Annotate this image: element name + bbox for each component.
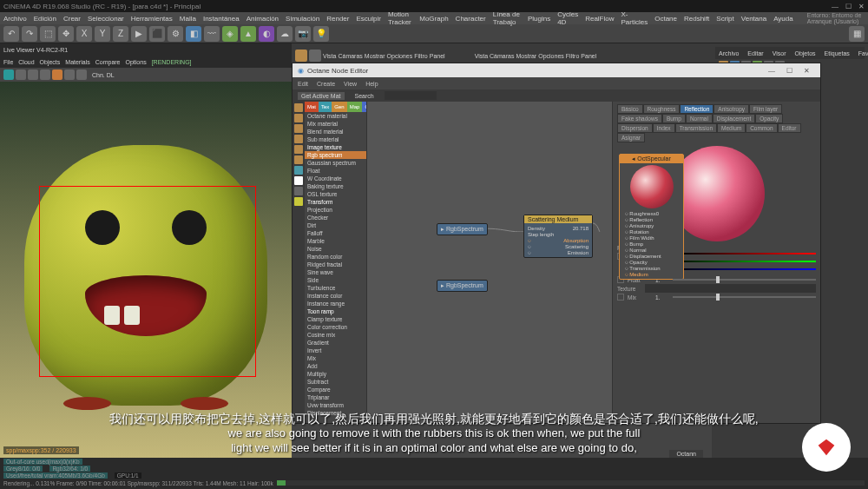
list-item[interactable]: Turbulence	[305, 284, 366, 292]
layout-icon[interactable]: ▦	[849, 26, 865, 42]
undo-icon[interactable]: ↶	[3, 26, 19, 42]
tab-reflection[interactable]: Reflection	[680, 104, 713, 114]
environment-icon[interactable]: ☁	[277, 26, 293, 42]
tab-displacement[interactable]: Displacement	[713, 114, 755, 123]
list-item[interactable]: OSL texture	[305, 190, 366, 198]
ne-menu-create[interactable]: Create	[317, 81, 335, 87]
menu-seleccionar[interactable]: Seleccionar	[88, 15, 124, 23]
extrude-icon[interactable]: ▲	[240, 26, 256, 42]
list-item[interactable]: Image texture	[305, 143, 366, 151]
select-icon[interactable]: ⬚	[40, 26, 56, 42]
tab-common[interactable]: Common	[746, 123, 777, 133]
tab-fakeshadows[interactable]: Fake shadows	[617, 114, 662, 123]
sb-icon[interactable]	[294, 166, 303, 175]
menu-character[interactable]: Character	[456, 15, 486, 23]
list-item[interactable]: Gaussian spectrum	[305, 159, 366, 167]
menu-redshift[interactable]: Redshift	[684, 15, 709, 23]
list-item-selected[interactable]: Rgb spectrum	[305, 151, 366, 159]
menu-ventana[interactable]: Ventana	[741, 15, 766, 23]
move-icon[interactable]: ✥	[58, 26, 74, 42]
viewer-tab-compare[interactable]: Compare	[95, 59, 121, 65]
list-item[interactable]: W Coordinate	[305, 175, 366, 182]
pick-icon[interactable]	[64, 69, 75, 80]
tab-editor[interactable]: Editor	[778, 123, 801, 133]
render-region-icon[interactable]: ⬛	[149, 26, 165, 42]
list-item[interactable]: Multiply	[305, 370, 366, 378]
list-item[interactable]: Sine wave	[305, 268, 366, 276]
menu-malla[interactable]: Malla	[180, 15, 196, 23]
list-item[interactable]: Mix	[305, 354, 366, 362]
nav-icon[interactable]	[309, 50, 321, 62]
subdiv-icon[interactable]: ◈	[222, 26, 238, 42]
camera-icon[interactable]: 📷	[295, 26, 311, 42]
ne-menu-view[interactable]: View	[344, 81, 357, 87]
node-graph[interactable]: ▸ RgbSpectrum ▸ RgbSpectrum Scattering M…	[367, 102, 612, 423]
region-icon[interactable]	[52, 69, 62, 80]
list-item[interactable]: Marble	[305, 237, 366, 245]
list-item[interactable]: Triplanar	[305, 393, 366, 401]
viewer-tab-materials[interactable]: Materials	[65, 59, 89, 65]
list-item[interactable]: Cosine mix	[305, 331, 366, 339]
sb-icon[interactable]	[294, 145, 303, 154]
menu-herramientas[interactable]: Herramientas	[131, 15, 173, 23]
tab-mat[interactable]: Mat	[305, 102, 319, 112]
render-settings-icon[interactable]: ⚙	[168, 26, 183, 42]
tab-medium[interactable]: Medium	[717, 123, 746, 133]
spline-icon[interactable]: 〰	[204, 26, 220, 42]
viewer-tab-file[interactable]: File	[3, 59, 13, 65]
lock-icon[interactable]	[40, 69, 50, 80]
tab-map[interactable]: Map	[347, 102, 363, 112]
list-item[interactable]: Side	[305, 276, 366, 284]
rgb-spectrum-node[interactable]: ▸ RgbSpectrum	[437, 223, 488, 235]
axis-y-icon[interactable]: Y	[95, 26, 110, 42]
menu-instantanea[interactable]: Instantánea	[203, 15, 240, 23]
axis-z-icon[interactable]: Z	[113, 26, 128, 42]
menu-mograph[interactable]: MoGraph	[419, 15, 448, 23]
list-item[interactable]: Subtract	[305, 378, 366, 386]
ne-close-button[interactable]: ✕	[798, 67, 815, 75]
list-item[interactable]: Sub material	[305, 135, 366, 143]
menu-octane[interactable]: Octane	[654, 15, 677, 23]
render-icon[interactable]: ▶	[131, 26, 147, 42]
pause-icon[interactable]	[16, 69, 26, 80]
get-active-mat-button[interactable]: Get Active Mat	[298, 92, 345, 100]
ne-minimize-button[interactable]: —	[763, 67, 780, 75]
scattering-medium-node[interactable]: Scattering Medium Density20.718 Step len…	[523, 215, 593, 258]
maximize-button[interactable]: ☐	[845, 3, 852, 10]
sb-cube-icon[interactable]	[294, 103, 303, 112]
sb-icon[interactable]	[294, 155, 303, 164]
sb-cylinder-icon[interactable]	[294, 124, 303, 133]
deformer-icon[interactable]: ◐	[259, 26, 274, 42]
stop-icon[interactable]	[28, 69, 38, 80]
menu-simulacion[interactable]: Simulación	[286, 15, 319, 23]
rgb-spectrum-node[interactable]: ▸ RgbSpectrum	[437, 280, 488, 292]
menu-animacion[interactable]: Animación	[247, 15, 279, 23]
sb-icon[interactable]	[294, 187, 303, 195]
list-item[interactable]: Clamp texture	[305, 315, 366, 323]
render-region-box[interactable]	[39, 186, 256, 377]
menu-ayuda[interactable]: Ayuda	[773, 15, 793, 23]
list-item[interactable]: Mix material	[305, 120, 366, 128]
menu-crear[interactable]: Crear	[63, 15, 81, 23]
mix-slider[interactable]	[673, 296, 816, 298]
list-item[interactable]: Noise	[305, 245, 366, 253]
menu-motiontracker[interactable]: Motion Tracker	[388, 10, 412, 26]
tab-tex[interactable]: Tex	[319, 102, 332, 112]
octspecular-node[interactable]: ◂ OctSpecular ○ Roughness0 ○ Reflection …	[619, 154, 684, 280]
list-item[interactable]: Invert	[305, 347, 366, 354]
menu-render[interactable]: Render	[326, 15, 349, 23]
menu-cycles[interactable]: Cycles 4D	[557, 10, 578, 26]
menu-plugins[interactable]: Plugins	[528, 15, 550, 23]
tab-bump[interactable]: Bump	[662, 114, 686, 123]
menu-linea[interactable]: Línea de Trabajo	[493, 10, 521, 26]
list-item[interactable]: Toon ramp	[305, 307, 366, 315]
tab-basico[interactable]: Básico	[617, 104, 643, 114]
list-item[interactable]: Projection	[305, 206, 366, 214]
tab-filmlayer[interactable]: Film layer	[749, 104, 782, 114]
tab-gen[interactable]: Gen	[332, 102, 346, 112]
sb-icon[interactable]	[294, 197, 303, 206]
texture-slot[interactable]	[645, 284, 816, 293]
focus-icon[interactable]	[76, 69, 87, 80]
viewer-tab-cloud[interactable]: Cloud	[18, 59, 34, 65]
tab-transmission[interactable]: Transmission	[675, 123, 717, 133]
